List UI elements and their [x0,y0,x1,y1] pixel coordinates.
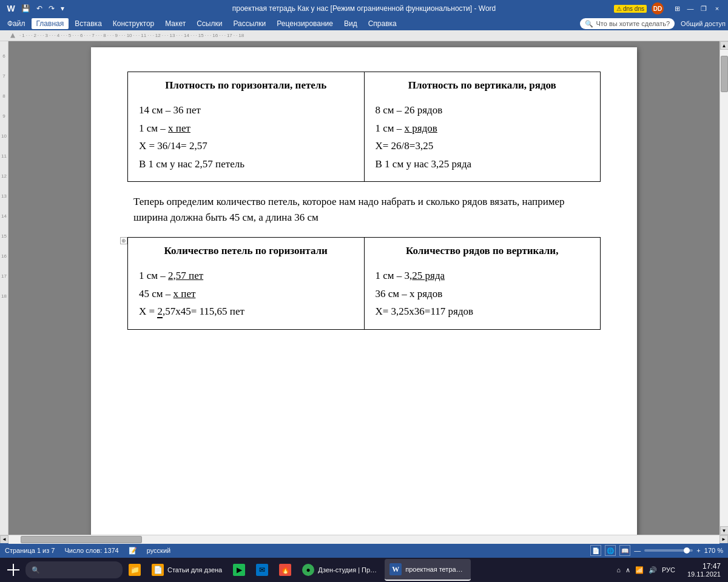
save-quick-btn[interactable]: 💾 [19,3,32,14]
close-btn[interactable]: × [711,2,723,15]
title-bar-left: W 💾 ↶ ↷ ▾ [5,2,66,15]
table2-col2: Количество рядов по вертикали, 1 см – 3,… [364,238,601,330]
qa-more-btn[interactable]: ▾ [59,3,66,14]
zoom-slider[interactable] [644,549,693,552]
taskbar-articles[interactable]: 📄 Статьи для дзена [147,559,227,581]
layout-btn[interactable]: ⊞ [671,2,683,15]
main-area: 6 7 8 9 10 11 12 13 14 15 16 17 18 Плотн… [0,41,728,535]
clock[interactable]: 17:47 19.11.2021 [682,561,726,579]
warning-icon: ⚠ [616,5,622,12]
taskbar-chrome[interactable]: ● Дзен-студия | Про... [297,559,383,581]
zoom-separator: — [634,547,641,554]
redo-quick-btn[interactable]: ↷ [47,3,56,14]
articles-label: Статьи для дзена [167,566,222,574]
hscroll-thumb[interactable] [21,536,142,543]
view-web-btn[interactable]: 🌐 [605,545,616,556]
taskbar-right: ⌂ ∧ 📶 🔊 РУС 17:47 19.11.2021 [612,561,726,579]
table1-col1-line2: 1 см – х пет [139,121,353,136]
table1-col1: Плотность по горизонтали, петель 14 см –… [128,72,365,182]
tab-review[interactable]: Рецензирование [272,18,338,29]
title-bar-center: проектная тетрадь Как у нас [Режим огран… [232,4,496,13]
tab-mailings[interactable]: Рассылки [228,18,271,29]
undo-quick-btn[interactable]: ↶ [35,3,44,14]
taskbar-fire[interactable]: 🔥 [274,559,296,581]
start-button[interactable] [2,559,24,581]
table-move-handle[interactable]: ⊕ [120,237,127,244]
fire-icon: 🔥 [279,564,291,576]
table2-col1-x2: х пет [174,288,196,299]
tab-help[interactable]: Справка [363,18,402,29]
title-bar-right: ⚠ dns dns DD ⊞ — ❐ × [614,2,723,15]
taskbar-word[interactable]: W проектная тетрадь... [385,559,471,581]
tray-icons: ⌂ ∧ 📶 🔊 РУС [612,566,680,574]
table2-col1-line2: 45 см – х пет [139,286,353,302]
status-right: 📄 🌐 📖 — + 170 % [590,545,723,556]
chrome-label: Дзен-студия | Про... [318,566,379,574]
table2-col1-x1: 2,57 пет [168,270,203,281]
search-placeholder: Что вы хотите сделать? [596,20,670,27]
tray-chevron[interactable]: ∧ [625,566,630,574]
tray-network: 📶 [635,566,644,574]
tab-references[interactable]: Ссылки [192,18,227,29]
table2-col1-header: Количество петель по горизонтали [139,245,353,257]
tray-volume[interactable]: 🔊 [649,566,657,574]
clock-date: 19.11.2021 [687,570,721,578]
word-taskbar-label: проектная тетрадь... [405,566,466,573]
hscroll-right-btn[interactable]: ► [720,535,728,544]
tab-insert[interactable]: Вставка [70,18,107,29]
scroll-up-btn[interactable]: ▲ [720,41,729,50]
minimize-btn[interactable]: — [684,2,696,15]
tab-home[interactable]: Главная [32,18,69,29]
proofing-icon: 📝 [129,547,137,555]
table2-col2-line1: 1 см – 3,25 ряда [376,268,590,284]
tab-design[interactable]: Конструктор [108,18,159,29]
tray-icon-home[interactable]: ⌂ [616,566,621,574]
tab-view[interactable]: Вид [339,18,362,29]
hscroll-track[interactable] [8,535,720,544]
scroll-thumb[interactable] [721,56,728,92]
ribbon-search[interactable]: 🔍 Что вы хотите сделать? [580,18,675,29]
table1-col2-line4: В 1 см у нас 3,25 ряда [376,156,590,172]
quick-access: W 💾 ↶ ↷ ▾ [5,2,66,15]
table1-col2-line3: X= 26/8=3,25 [376,138,590,154]
word-icon: W [5,2,17,15]
table2-col1-x3: 2 [157,306,163,318]
table1-col2-line2: 1 см – х рядов [376,121,590,136]
taskbar-search[interactable]: 🔍 [25,561,123,578]
taskbar-media-player[interactable]: ▶ [228,559,250,581]
table1-col1-header: Плотность по горизонтали, петель [139,79,353,92]
right-scrollbar[interactable]: ▲ ▼ [720,41,728,535]
table1-col2-line1: 8 см – 26 рядов [376,102,590,118]
taskbar-mail[interactable]: ✉ [251,559,273,581]
table2-container: ⊕ Количество петель по горизонтали 1 см … [127,237,601,330]
view-print-btn[interactable]: 📄 [590,545,601,556]
tab-layout[interactable]: Макет [160,18,190,29]
table1-col2-header: Плотность по вертикали, рядов [376,79,590,92]
zoom-plus[interactable]: + [696,547,700,554]
scroll-track[interactable] [720,50,729,526]
table2-col2-line2: 36 см – х рядов [376,286,590,302]
tab-file[interactable]: Файл [2,18,30,29]
page: Плотность по горизонтали, петель 14 см –… [91,47,637,535]
density-table: Плотность по горизонтали, петель 14 см –… [127,72,601,182]
clock-time: 17:47 [687,562,721,570]
share-label[interactable]: Общий доступ [681,20,726,27]
taskbar-explorer[interactable]: 📁 [124,559,146,581]
paragraph-text: Теперь определим количество петель, кото… [127,194,601,225]
title-bar: W 💾 ↶ ↷ ▾ проектная тетрадь Как у нас [Р… [0,0,728,17]
user-badge[interactable]: DD [652,2,664,15]
word-count: Число слов: 1374 [64,547,118,554]
taskbar-search-icon: 🔍 [32,566,40,574]
document-area[interactable]: Плотность по горизонтали, петель 14 см –… [8,41,720,535]
zoom-thumb [684,547,690,554]
windows-icon [7,564,19,576]
table1-col1-line4: В 1 см у нас 2,57 петель [139,156,353,172]
ribbon-right: Общий доступ [681,20,726,27]
table2-col2-line3: X= 3,25x36=117 рядов [376,304,590,319]
hscroll-left-btn[interactable]: ◄ [0,535,8,544]
bottom-scrollbar[interactable]: ◄ ► [0,535,728,543]
view-read-btn[interactable]: 📖 [619,545,630,556]
restore-btn[interactable]: ❐ [698,2,710,15]
scroll-down-btn[interactable]: ▼ [720,526,729,535]
tray-lang[interactable]: РУС [662,566,675,574]
